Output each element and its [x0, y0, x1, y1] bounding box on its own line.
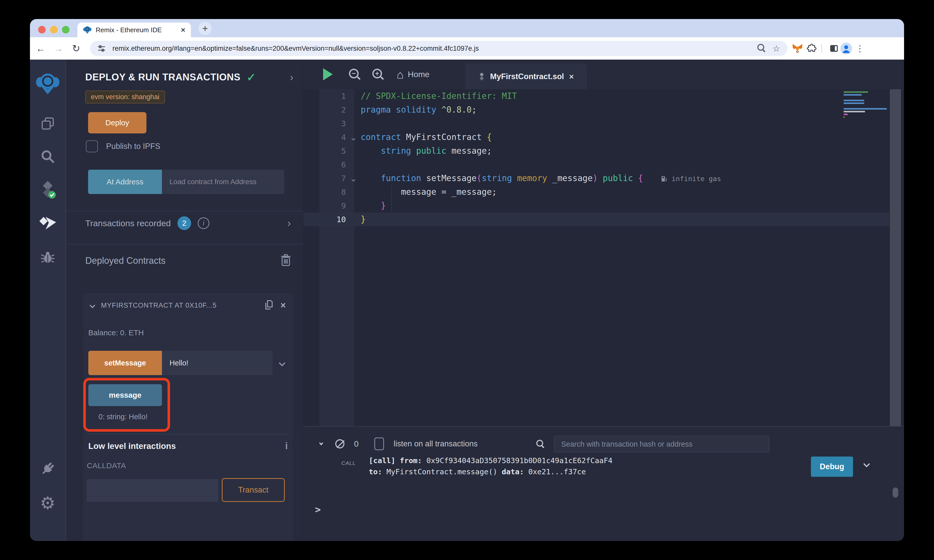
info-icon[interactable]: i — [198, 217, 210, 229]
deploy-run-icon[interactable] — [30, 211, 65, 236]
clear-console-icon[interactable] — [335, 439, 344, 448]
line-number: 9 — [303, 199, 346, 212]
file-tab-title: MyFirstContract.sol — [490, 72, 564, 81]
file-explorer-icon[interactable] — [30, 111, 65, 136]
clear-contracts-trash-icon[interactable] — [280, 254, 291, 268]
code-line[interactable]: 2pragma solidity ^0.8.0; — [303, 103, 904, 117]
plugin-manager-icon[interactable] — [30, 456, 65, 482]
sidebar-toggle-icon[interactable] — [828, 43, 840, 54]
contract-collapse-icon[interactable] — [89, 303, 96, 308]
remix-favicon — [83, 26, 92, 34]
at-address-button[interactable]: At Address — [88, 170, 162, 194]
activity-bar: ⚙ — [30, 60, 66, 541]
profile-avatar[interactable] — [840, 43, 852, 54]
contract-name[interactable]: MYFIRSTCONTRACT AT 0X10F...5 — [101, 302, 257, 309]
reload-button[interactable]: ↻ — [69, 37, 83, 60]
solidity-compiler-icon[interactable] — [30, 177, 65, 202]
tab-home[interactable]: ⌂ Home — [397, 60, 430, 89]
code-line[interactable]: 4contract MyFirstContract { — [303, 130, 904, 144]
set-message-input[interactable] — [162, 351, 273, 375]
tab-close-icon[interactable]: × — [181, 26, 185, 34]
code-line[interactable]: 5 string public message; — [303, 144, 904, 158]
code-line[interactable]: 3 — [303, 117, 904, 130]
transact-button[interactable]: Transact — [222, 478, 285, 502]
fold-chevron-icon[interactable] — [346, 171, 361, 185]
evm-version-badge: evm version: shanghai — [85, 91, 165, 103]
deployed-contract-card: MYFIRSTCONTRACT AT 0X10F...5 × Balance: … — [83, 293, 293, 541]
code-line[interactable]: 1// SPDX-License-Identifier: MIT — [303, 89, 904, 103]
code-editor[interactable]: 1// SPDX-License-Identifier: MIT2pragma … — [303, 89, 904, 426]
publish-ipfs-checkbox[interactable] — [86, 140, 98, 152]
code-line[interactable]: 9 } — [303, 199, 904, 212]
editor-tab-bar: − + ⌂ Home MyFirstContract.sol × — [303, 60, 904, 89]
line-number: 8 — [303, 185, 346, 199]
code-line[interactable]: 8 message = _message; — [303, 185, 904, 199]
url-bar[interactable]: remix.ethereum.org/#lang=en&optimize=fal… — [90, 41, 788, 56]
maximize-window-button[interactable] — [62, 26, 69, 34]
set-message-button[interactable]: setMessage — [88, 351, 162, 375]
editor-scrollbar[interactable] — [890, 89, 901, 426]
back-button[interactable]: ← — [34, 37, 48, 60]
check-icon: ✓ — [247, 71, 256, 84]
deploy-button[interactable]: Deploy — [88, 112, 146, 134]
file-tab-close-icon[interactable]: × — [569, 72, 574, 82]
set-message-expand-icon[interactable] — [279, 360, 285, 366]
line-number: 6 — [303, 158, 346, 171]
settings-gear-icon[interactable]: ⚙ — [30, 490, 65, 515]
remove-contract-icon[interactable]: × — [281, 300, 286, 311]
listen-transactions-label[interactable]: listen on all transactions — [394, 439, 478, 448]
extensions-puzzle-icon[interactable] — [806, 43, 818, 54]
browser-window: Remix - Ethereum IDE × + ← → ↻ remix.eth… — [30, 19, 904, 541]
debug-button[interactable]: Debug — [811, 457, 853, 477]
code-lines: 1// SPDX-License-Identifier: MIT2pragma … — [303, 89, 904, 226]
low-level-info-icon[interactable]: i — [285, 440, 288, 451]
line-number: 5 — [303, 144, 346, 158]
zoom-out-icon[interactable]: − — [349, 69, 359, 78]
panel-expand-icon[interactable]: › — [290, 71, 293, 83]
zoom-page-icon[interactable] — [754, 44, 769, 54]
copy-address-icon[interactable] — [264, 299, 274, 312]
low-level-title: Low level interactions — [88, 441, 176, 451]
at-address-input[interactable] — [162, 170, 284, 194]
code-line[interactable]: 7 function setMessage(string memory _mes… — [303, 171, 904, 185]
forward-button[interactable]: → — [51, 37, 65, 60]
deployed-contracts-label: Deployed Contracts — [85, 255, 165, 266]
calldata-label: CALLDATA — [87, 462, 126, 470]
bookmark-star-icon[interactable]: ☆ — [769, 43, 784, 54]
fold-chevron-icon[interactable] — [346, 130, 361, 144]
terminal-prompt[interactable]: > — [315, 504, 321, 515]
line-number: 10 — [303, 212, 346, 226]
zoom-in-icon[interactable]: + — [372, 69, 382, 78]
pending-tx-count: 0 — [354, 439, 359, 449]
debugger-icon[interactable] — [30, 244, 65, 269]
tab-strip: Remix - Ethereum IDE × + — [30, 19, 904, 37]
remix-logo-icon[interactable] — [30, 71, 65, 96]
code-line[interactable]: 6 — [303, 158, 904, 171]
url-text[interactable]: remix.ethereum.org/#lang=en&optimize=fal… — [113, 45, 754, 52]
browser-menu-icon[interactable]: ⋮ — [853, 37, 867, 60]
code-line[interactable]: 10} — [303, 212, 904, 226]
terminal-scroll-thumb[interactable] — [892, 488, 898, 498]
close-window-button[interactable] — [38, 26, 46, 34]
site-settings-icon[interactable] — [97, 44, 106, 53]
terminal-search-input[interactable] — [554, 436, 769, 452]
calldata-input[interactable] — [87, 479, 218, 502]
browser-toolbar: ← → ↻ remix.ethereum.org/#lang=en&optimi… — [30, 37, 904, 60]
minimap[interactable] — [844, 91, 887, 119]
listen-transactions-checkbox[interactable] — [375, 437, 384, 450]
browser-tab[interactable]: Remix - Ethereum IDE × — [77, 23, 191, 37]
message-button[interactable]: message — [88, 384, 162, 406]
solidity-file-icon — [478, 72, 485, 81]
publish-ipfs-label[interactable]: Publish to IPFS — [106, 142, 160, 151]
transactions-expand-icon[interactable]: › — [287, 217, 291, 229]
terminal-log[interactable]: [call] from: 0x9Cf934043aD350758391b0D01… — [369, 455, 612, 477]
tab-myfirstcontract[interactable]: MyFirstContract.sol × — [466, 64, 587, 89]
transactions-count-badge: 2 — [177, 216, 191, 230]
minimize-window-button[interactable] — [50, 26, 58, 34]
log-expand-icon[interactable] — [863, 461, 870, 468]
search-icon[interactable] — [30, 144, 65, 169]
deploy-run-panel: DEPLOY & RUN TRANSACTIONS ✓ › evm versio… — [66, 60, 303, 541]
metamask-extension-icon[interactable] — [791, 43, 803, 54]
new-tab-button[interactable]: + — [199, 22, 212, 35]
run-script-icon[interactable] — [323, 68, 333, 80]
